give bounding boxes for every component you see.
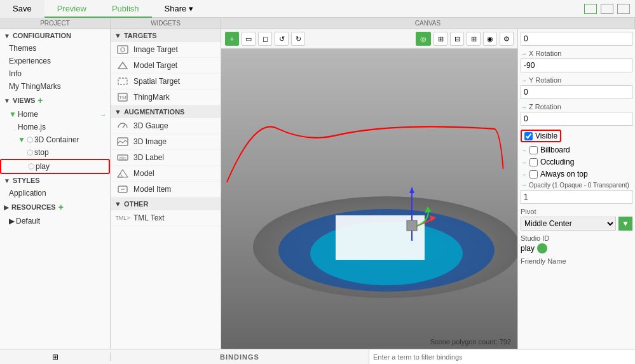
- occluding-checkbox[interactable]: [529, 158, 538, 166]
- spatial-target-item[interactable]: Spatial Target: [111, 74, 221, 90]
- model-target-icon: [116, 60, 130, 71]
- visible-checkbox[interactable]: [524, 132, 533, 140]
- info-item[interactable]: Info: [0, 67, 110, 80]
- left-panel: ▼ CONFIGURATION Themes Experiences Info …: [0, 29, 111, 349]
- augmentations-section-header[interactable]: ▼ AUGMENTATIONS: [111, 105, 221, 118]
- target-tool[interactable]: ◎: [416, 32, 431, 46]
- views-header[interactable]: ▼ VIEWS +: [0, 93, 110, 108]
- billboard-row: → Billboard: [521, 145, 632, 154]
- pivot-dropdown-button[interactable]: ▼: [618, 217, 632, 231]
- studio-id-value: play: [521, 244, 535, 253]
- model-target-item[interactable]: Model Target: [111, 58, 221, 74]
- label-3d-item[interactable]: abc 3D Label: [111, 150, 221, 166]
- experiences-item[interactable]: Experiences: [0, 55, 110, 67]
- stop-label: stop: [34, 148, 49, 157]
- bindings-expand-icon: ⊞: [52, 353, 58, 361]
- preview-button[interactable]: Preview: [44, 0, 99, 18]
- eye-tool[interactable]: ◉: [483, 32, 497, 46]
- home-item[interactable]: ▼ Home →: [0, 108, 110, 121]
- image-target-item[interactable]: Image Target: [111, 42, 221, 58]
- layout-icon-3[interactable]: [617, 4, 630, 14]
- z-rotation-input[interactable]: [521, 112, 632, 126]
- share-button[interactable]: Share ▾: [152, 0, 206, 18]
- model-icon: [116, 168, 130, 179]
- redo-tool[interactable]: ↻: [291, 32, 305, 46]
- rect-tool[interactable]: ▭: [242, 32, 256, 46]
- default-label: Default: [16, 217, 40, 226]
- play-item[interactable]: ⬡ play: [0, 159, 110, 174]
- gauge-3d-label: 3D Gauge: [133, 121, 168, 130]
- publish-button[interactable]: Publish: [99, 0, 152, 18]
- svg-marker-10: [118, 170, 128, 177]
- top-value-input[interactable]: [521, 32, 632, 46]
- svg-point-1: [121, 48, 125, 51]
- always-on-top-checkbox[interactable]: [529, 170, 538, 179]
- pivot-select-row: Middle Center ▼: [521, 217, 632, 231]
- svg-marker-18: [425, 206, 431, 213]
- configuration-header[interactable]: ▼ CONFIGURATION: [0, 29, 110, 42]
- label-3d-label: 3D Label: [133, 153, 164, 162]
- image-3d-item[interactable]: 3D Image: [111, 134, 221, 150]
- themes-item[interactable]: Themes: [0, 42, 110, 55]
- container-3d-item[interactable]: ▼ ⬡ 3D Container: [0, 133, 110, 146]
- tml-text-item[interactable]: TML> TML Text: [111, 210, 221, 226]
- thingmark-item[interactable]: TM ThingMark: [111, 90, 221, 105]
- project-label: PROJECT: [0, 18, 111, 29]
- mythingmarks-item[interactable]: My ThingMarks: [0, 80, 110, 93]
- undo-tool[interactable]: ↺: [275, 32, 289, 46]
- other-section-header[interactable]: ▼ OTHER: [111, 198, 221, 210]
- targets-arrow-icon: ▼: [114, 32, 121, 39]
- experiences-label: Experiences: [9, 57, 51, 65]
- y-rotation-input[interactable]: [521, 85, 632, 99]
- application-item[interactable]: Application: [0, 187, 110, 199]
- pan-tool[interactable]: ⊟: [450, 32, 464, 46]
- zoom-tool[interactable]: ⊞: [434, 32, 447, 46]
- mythingmarks-label: My ThingMarks: [9, 82, 61, 91]
- x-rotation-input[interactable]: [521, 58, 632, 72]
- home-label: Home: [18, 110, 38, 119]
- pivot-row: Pivot Middle Center ▼: [521, 208, 632, 231]
- add-tool[interactable]: +: [225, 32, 239, 46]
- resources-header[interactable]: ▶ RESOURCES +: [0, 199, 110, 215]
- settings-tool[interactable]: ⚙: [500, 32, 514, 46]
- targets-section-header[interactable]: ▼ TARGETS: [111, 29, 221, 42]
- resources-add-button[interactable]: +: [58, 202, 64, 212]
- canvas-toolbar: + ▭ ◻ ↺ ↻ ◎ ⊞ ⊟ ⊞ ◉ ⚙: [221, 29, 517, 49]
- config-arrow-icon: ▼: [4, 32, 10, 39]
- image-3d-icon: [116, 137, 130, 147]
- save-button[interactable]: Save: [0, 0, 44, 18]
- views-label: VIEWS: [13, 97, 35, 104]
- friendly-name-label: Friendly Name: [521, 257, 632, 265]
- styles-header[interactable]: ▼ STYLES: [0, 174, 110, 187]
- model-item-item[interactable]: Model Item: [111, 182, 221, 198]
- opacity-text-label: Opacity (1 Opaque - 0 Transparent): [529, 182, 629, 189]
- widgets-panel: ▼ TARGETS Image Target Model Target Spat…: [111, 29, 221, 349]
- other-arrow-icon: ▼: [114, 200, 121, 208]
- bindings-search-input[interactable]: [369, 350, 635, 364]
- views-add-button[interactable]: +: [38, 95, 43, 105]
- gauge-3d-item[interactable]: 3D Gauge: [111, 118, 221, 134]
- configuration-label: CONFIGURATION: [13, 32, 71, 39]
- bindings-bar: ⊞ BINDINGS: [0, 349, 635, 364]
- spatial-target-icon: [116, 76, 130, 86]
- pivot-select[interactable]: Middle Center: [521, 217, 616, 231]
- homejs-item[interactable]: Home.js: [0, 121, 110, 133]
- y-rotation-arrow-icon: →: [521, 77, 527, 84]
- grid-tool[interactable]: ⊞: [467, 32, 481, 46]
- studio-id-value-row: play: [521, 243, 632, 253]
- billboard-checkbox[interactable]: [529, 146, 538, 154]
- opacity-input[interactable]: [521, 190, 632, 204]
- layout-icon-1[interactable]: [584, 4, 597, 14]
- layout-icon-2[interactable]: [601, 4, 613, 14]
- right-panel: → X Rotation → Y Rotation → Z Rotation V…: [517, 29, 635, 349]
- container-expand-icon: ▼: [18, 135, 25, 144]
- x-rotation-arrow-icon: →: [521, 50, 527, 57]
- opacity-label: → Opacity (1 Opaque - 0 Transparent): [521, 182, 632, 189]
- augmentations-header-label: AUGMENTATIONS: [124, 108, 185, 116]
- home-arrow-icon: →: [100, 111, 106, 118]
- default-item[interactable]: ▶ Default: [0, 215, 110, 227]
- select-tool[interactable]: ◻: [258, 32, 272, 46]
- themes-label: Themes: [9, 44, 36, 53]
- stop-item[interactable]: ⬡ stop: [0, 146, 110, 159]
- model-item[interactable]: Model: [111, 166, 221, 182]
